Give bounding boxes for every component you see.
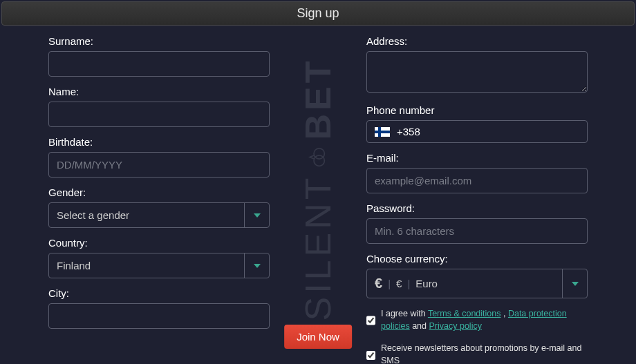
- phone-label: Phone number: [366, 104, 588, 116]
- join-now-button[interactable]: Join Now: [284, 325, 352, 349]
- surname-input[interactable]: [48, 51, 270, 77]
- country-select[interactable]: Finland: [48, 253, 270, 278]
- name-label: Name:: [48, 86, 270, 97]
- currency-symbol-icon: €: [375, 276, 382, 291]
- currency-label: Choose currency:: [366, 253, 588, 265]
- address-input[interactable]: [366, 51, 588, 93]
- phone-input[interactable]: +358: [366, 120, 588, 143]
- gender-dropdown-arrow: [244, 203, 269, 227]
- currency-divider: |: [407, 278, 410, 289]
- surname-label: Surname:: [48, 35, 270, 47]
- agree-sep: ,: [501, 309, 507, 318]
- page-title: Sign up: [1, 1, 635, 26]
- address-label: Address:: [366, 35, 588, 47]
- chevron-down-icon: [254, 264, 261, 268]
- city-input[interactable]: [48, 303, 270, 329]
- password-input[interactable]: [366, 218, 588, 244]
- phone-dial-code: +358: [397, 126, 420, 137]
- currency-divider: |: [388, 278, 391, 289]
- country-selected: Finland: [49, 253, 244, 278]
- agree-mid: and: [410, 321, 429, 331]
- newsletter-text: Receive newsletters about promotions by …: [381, 342, 588, 364]
- birthdate-input[interactable]: [48, 152, 270, 178]
- finland-flag-icon: [375, 127, 390, 137]
- newsletter-checkbox[interactable]: [366, 343, 375, 364]
- agree-prefix: I agree with: [381, 309, 428, 318]
- newsletter-row: Receive newsletters about promotions by …: [366, 342, 588, 364]
- privacy-link[interactable]: Privacy policy: [429, 321, 482, 331]
- name-input[interactable]: [48, 102, 270, 127]
- chevron-down-icon: [572, 282, 579, 286]
- country-label: Country:: [48, 237, 270, 249]
- country-dropdown-arrow: [244, 253, 269, 278]
- city-label: City:: [48, 287, 270, 299]
- terms-link[interactable]: Terms & conditions: [428, 309, 501, 318]
- left-column: Surname: Name: Birthdate: Gender: Select…: [48, 35, 270, 364]
- chevron-down-icon: [254, 213, 261, 218]
- gender-label: Gender:: [48, 186, 270, 198]
- currency-select[interactable]: € | € | Euro: [366, 269, 588, 298]
- agree-checkbox[interactable]: [366, 309, 375, 332]
- birthdate-label: Birthdate:: [48, 136, 270, 148]
- password-label: Password:: [366, 202, 588, 214]
- agree-row: I agree with Terms & conditions , Data p…: [366, 307, 588, 332]
- currency-dropdown-arrow: [562, 269, 587, 298]
- currency-name: Euro: [415, 278, 438, 289]
- gender-selected: Select a gender: [49, 203, 244, 227]
- right-column: Address: Phone number +358 E-mail: Passw…: [366, 35, 588, 364]
- gender-select[interactable]: Select a gender: [48, 202, 270, 228]
- email-input[interactable]: [366, 168, 588, 193]
- currency-code: €: [396, 278, 402, 289]
- email-label: E-mail:: [366, 152, 588, 164]
- agree-text: I agree with Terms & conditions , Data p…: [381, 307, 588, 332]
